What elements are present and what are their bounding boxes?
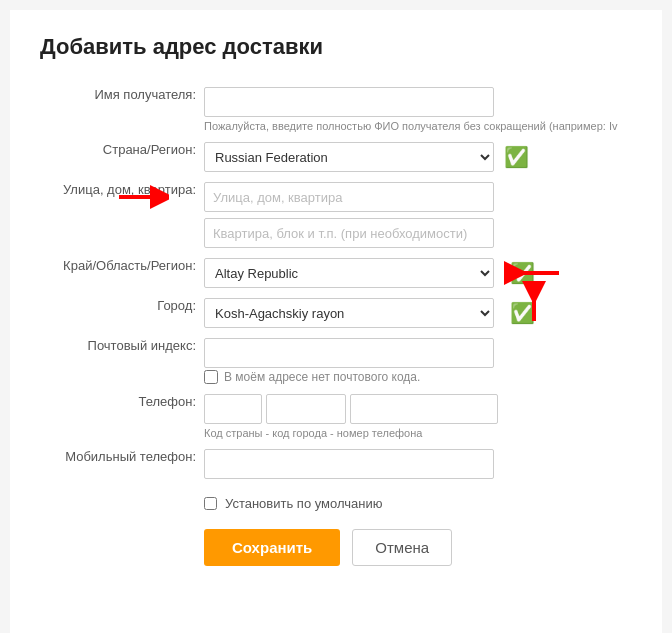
set-default-checkbox[interactable] [204, 497, 217, 510]
phone-inputs-row [204, 394, 628, 424]
arrow-city-icon [504, 273, 564, 323]
mobile-row: Мобильный телефон: [40, 444, 632, 484]
recipient-input[interactable] [204, 87, 494, 117]
street-field [200, 177, 632, 253]
arrow-street-icon [114, 181, 169, 213]
phone-country-code-input[interactable] [204, 394, 262, 424]
street2-container [204, 218, 628, 248]
recipient-field: Пожалуйста, введите полностью ФИО получа… [200, 82, 632, 137]
mobile-label: Мобильный телефон: [40, 444, 200, 484]
city-row: Город: Kosh-Agachskiy rayon [40, 293, 632, 333]
postcode-field: В моём адресе нет почтового кода. [200, 333, 632, 389]
street-input[interactable] [204, 182, 494, 212]
recipient-row: Имя получателя: Пожалуйста, введите полн… [40, 82, 632, 137]
street-row: Улица, дом, квартира: [40, 177, 632, 253]
cancel-button[interactable]: Отмена [352, 529, 452, 566]
form-table: Имя получателя: Пожалуйста, введите полн… [40, 82, 632, 484]
phone-hint: Код страны - код города - номер телефона [204, 427, 628, 439]
city-select[interactable]: Kosh-Agachskiy rayon [204, 298, 494, 328]
region-select[interactable]: Altay Republic [204, 258, 494, 288]
postcode-row: Почтовый индекс: В моём адресе нет почто… [40, 333, 632, 389]
save-button[interactable]: Сохранить [204, 529, 340, 566]
country-input-row: Russian Federation ✅ [204, 142, 628, 172]
buttons-row: Сохранить Отмена [204, 529, 632, 566]
city-field: Kosh-Agachskiy rayon ✅ [200, 293, 632, 333]
postcode-label: Почтовый индекс: [40, 333, 200, 389]
postcode-input[interactable] [204, 338, 494, 368]
country-row: Страна/Регион: Russian Federation ✅ [40, 137, 632, 177]
region-label: Край/Область/Регион: [40, 253, 200, 293]
city-arrow-check: ✅ [500, 303, 535, 324]
recipient-hint: Пожалуйста, введите полностью ФИО получа… [204, 120, 628, 132]
page-title: Добавить адрес доставки [40, 34, 632, 60]
region-input-row: Altay Republic ✅ [204, 258, 628, 288]
page-container: Добавить адрес доставки Имя получателя: … [10, 10, 662, 633]
no-postcode-checkbox[interactable] [204, 370, 218, 384]
set-default-label: Установить по умолчанию [225, 496, 382, 511]
street2-input[interactable] [204, 218, 494, 248]
region-field: Altay Republic ✅ [200, 253, 632, 293]
country-select[interactable]: Russian Federation [204, 142, 494, 172]
recipient-label: Имя получателя: [40, 82, 200, 137]
phone-label: Телефон: [40, 389, 200, 444]
mobile-field [200, 444, 632, 484]
city-label: Город: [40, 293, 200, 333]
phone-number-input[interactable] [350, 394, 498, 424]
country-field: Russian Federation ✅ [200, 137, 632, 177]
street-arrow-row [204, 182, 628, 212]
mobile-input[interactable] [204, 449, 494, 479]
city-input-row: Kosh-Agachskiy rayon ✅ [204, 298, 628, 328]
country-check-icon: ✅ [504, 147, 529, 167]
phone-city-code-input[interactable] [266, 394, 346, 424]
phone-row: Телефон: Код страны - код города - номер… [40, 389, 632, 444]
country-label: Страна/Регион: [40, 137, 200, 177]
phone-field: Код страны - код города - номер телефона [200, 389, 632, 444]
no-postcode-label: В моём адресе нет почтового кода. [224, 370, 420, 384]
set-default-row: Установить по умолчанию [204, 496, 632, 511]
no-postcode-row: В моём адресе нет почтового кода. [204, 370, 628, 384]
